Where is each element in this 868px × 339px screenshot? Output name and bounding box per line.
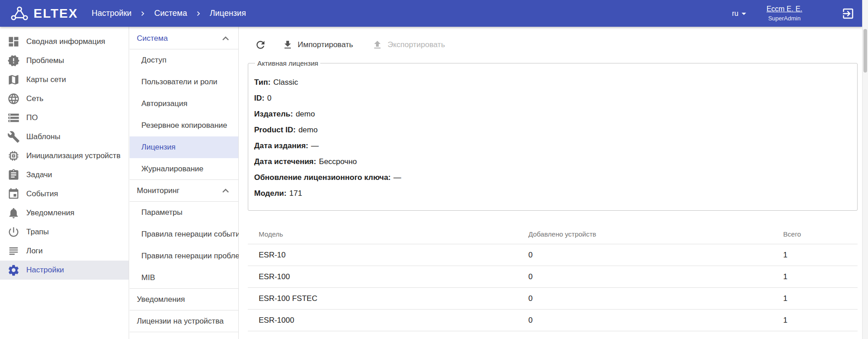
settings-nav-label: Система [137, 34, 168, 43]
sidebar-item[interactable]: Инициализация устройств [0, 146, 129, 165]
table-row: ESR-100 FSTEC 0 1 [248, 288, 858, 310]
sidebar-item-label: Логи [26, 247, 43, 256]
settings-nav-row[interactable]: Лицензия [130, 136, 238, 158]
settings-nav-row[interactable]: Правила генерации событий [130, 223, 238, 245]
header-right: ru Eccm E. E. SuperAdmin [732, 5, 855, 22]
export-button[interactable]: Экспортировать [365, 36, 452, 54]
refresh-button[interactable] [251, 35, 270, 55]
settings-nav-label: Лицензии на устройства [137, 317, 224, 326]
storage-icon [7, 111, 20, 124]
settings-nav-row[interactable]: Уведомления [130, 289, 238, 310]
column-header: Добавлено устройств [528, 230, 783, 238]
sidebar-item[interactable]: Задачи [0, 165, 129, 184]
sidebar-item[interactable]: Трапы [0, 223, 129, 242]
user-name-link[interactable]: Eccm E. E. [767, 5, 802, 13]
settings-nav-label: Правила генерации событий [141, 230, 244, 239]
settings-nav-row[interactable]: MIB [130, 267, 238, 289]
breadcrumb-item[interactable]: Настройки [92, 9, 131, 18]
license-field-value: Classic [273, 78, 298, 87]
wrench-icon [7, 131, 20, 143]
license-field-label: Дата издания [254, 141, 309, 150]
license-field-label: Product ID [254, 126, 296, 134]
scrollbar-thumb[interactable] [863, 29, 867, 73]
cell-added-devices: 0 [528, 272, 783, 281]
sidebar-item[interactable]: ПО [0, 108, 129, 127]
top-header: ELTEX Настройки Система Лицензия [0, 0, 862, 27]
license-field: Product IDdemo [254, 122, 848, 138]
breadcrumb-item[interactable]: Система [154, 9, 187, 18]
sidebar-item-label: Сводная информация [26, 37, 105, 46]
calendar-icon [7, 188, 20, 200]
sidebar-item[interactable]: Проблемы [0, 51, 129, 70]
settings-nav-row[interactable]: Правила генерации проблем [130, 245, 238, 267]
sidebar-item[interactable]: Карты сети [0, 70, 129, 89]
sidebar-item-label: Трапы [26, 228, 49, 237]
vertical-scrollbar[interactable] [862, 0, 868, 339]
upload-icon [372, 39, 383, 50]
cell-total: 1 [783, 251, 858, 260]
license-field-label: Модели [254, 189, 287, 198]
settings-nav-row[interactable]: Мониторинг [130, 180, 238, 202]
settings-nav-row[interactable]: Параметры [130, 202, 238, 223]
settings-nav-label: Резервное копирование [141, 121, 227, 130]
sidebar-item-label: Задачи [26, 170, 52, 179]
sidebar: Сводная информация Проблемы Карты сети С… [0, 27, 129, 339]
bell-icon [7, 207, 20, 219]
sidebar-item[interactable]: Шаблоны [0, 127, 129, 146]
clipboard-icon [7, 169, 20, 181]
settings-nav-row[interactable]: Доступ [130, 49, 238, 71]
license-field-value: 171 [289, 189, 302, 198]
license-field-value: demo [299, 126, 318, 134]
chip-icon [7, 150, 20, 162]
cell-total: 1 [783, 316, 858, 325]
settings-nav-row[interactable]: Лицензии на устройства [130, 310, 238, 332]
sidebar-item[interactable]: Сводная информация [0, 32, 129, 51]
settings-nav-label: Мониторинг [137, 186, 179, 195]
chevron-right-icon [138, 9, 147, 18]
document-lines-icon [7, 245, 20, 257]
cell-model: ESR-1000 [248, 316, 528, 325]
license-field-value: — [394, 173, 401, 182]
dashboard-icon [7, 35, 20, 48]
license-field-label: Обновление лицензионного ключа [254, 173, 391, 182]
settings-nav-label: MIB [141, 273, 155, 282]
sidebar-item[interactable]: Логи [0, 242, 129, 261]
sidebar-item[interactable]: Уведомления [0, 203, 129, 223]
license-field-value: demo [296, 110, 315, 118]
table-row: ESR-1000 0 1 [248, 310, 858, 331]
settings-nav-label: Лицензия [141, 143, 176, 152]
breadcrumb-item[interactable]: Лицензия [210, 9, 246, 18]
refresh-icon [255, 39, 266, 51]
settings-nav-label: Уведомления [137, 295, 185, 304]
caret-down-icon [738, 8, 749, 19]
export-button-label: Экспортировать [387, 40, 445, 49]
sidebar-item[interactable]: Сеть [0, 89, 129, 108]
sidebar-item-label: События [26, 189, 58, 199]
sidebar-item-label: Проблемы [26, 56, 64, 65]
logout-button[interactable] [841, 7, 855, 20]
license-field-label: Тип [254, 78, 270, 87]
settings-nav-row[interactable]: Журналирование [130, 158, 238, 180]
cell-added-devices: 0 [528, 294, 783, 303]
models-table-header: Модель Добавлено устройств Всего [248, 224, 858, 244]
license-field-value: Бессрочно [319, 157, 357, 166]
language-selector[interactable]: ru [732, 8, 749, 19]
user-block: Eccm E. E. SuperAdmin [767, 5, 802, 22]
gear-icon [7, 264, 20, 276]
import-button[interactable]: Импортировать [275, 36, 360, 54]
cell-total: 1 [783, 294, 858, 303]
license-field-label: Издатель [254, 110, 293, 118]
table-row: ESR-100 0 1 [248, 266, 858, 288]
settings-nav-row[interactable]: Пользователи и роли [130, 71, 238, 93]
settings-nav-row[interactable]: Резервное копирование [130, 115, 238, 136]
sidebar-item-label: Карты сети [26, 75, 66, 84]
sidebar-item[interactable]: Настройки [0, 261, 129, 280]
settings-nav-row[interactable]: Авторизация [130, 93, 238, 115]
sidebar-item[interactable]: События [0, 184, 129, 203]
settings-nav-row[interactable]: Система [130, 28, 238, 49]
settings-nav-label: Пользователи и роли [141, 77, 217, 87]
toolbar: Импортировать Экспортировать [248, 33, 858, 57]
eltex-logo[interactable]: ELTEX [10, 6, 78, 21]
license-field: Дата истеченияБессрочно [254, 154, 848, 170]
settings-nav: Система Доступ Пользователи и роли Автор… [130, 27, 239, 339]
